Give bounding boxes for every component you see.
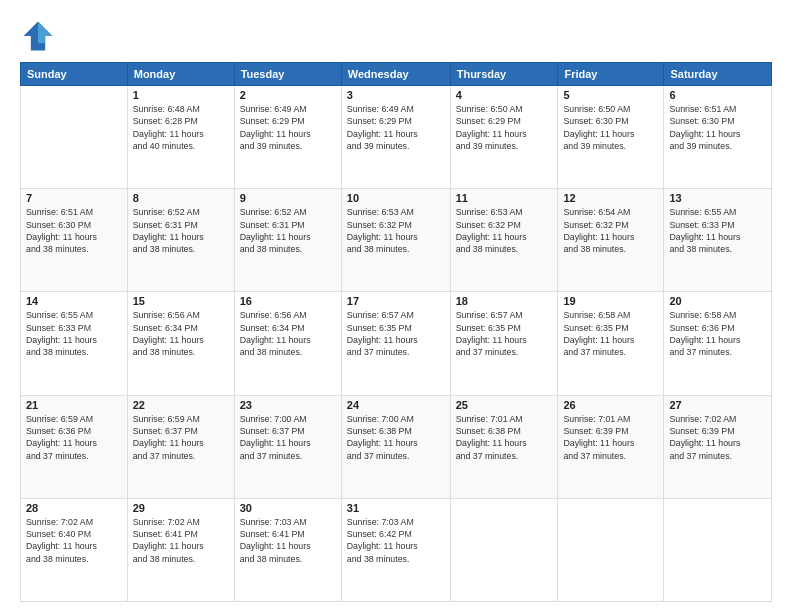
calendar-cell: 4Sunrise: 6:50 AMSunset: 6:29 PMDaylight…	[450, 86, 558, 189]
week-row-3: 14Sunrise: 6:55 AMSunset: 6:33 PMDayligh…	[21, 292, 772, 395]
calendar-cell: 5Sunrise: 6:50 AMSunset: 6:30 PMDaylight…	[558, 86, 664, 189]
calendar-cell: 25Sunrise: 7:01 AMSunset: 6:38 PMDayligh…	[450, 395, 558, 498]
day-detail: Sunrise: 6:54 AMSunset: 6:32 PMDaylight:…	[563, 206, 658, 255]
day-header-saturday: Saturday	[664, 63, 772, 86]
calendar-cell: 12Sunrise: 6:54 AMSunset: 6:32 PMDayligh…	[558, 189, 664, 292]
day-number: 24	[347, 399, 445, 411]
day-detail: Sunrise: 6:49 AMSunset: 6:29 PMDaylight:…	[347, 103, 445, 152]
day-header-wednesday: Wednesday	[341, 63, 450, 86]
calendar-cell	[664, 498, 772, 601]
calendar-cell: 24Sunrise: 7:00 AMSunset: 6:38 PMDayligh…	[341, 395, 450, 498]
day-detail: Sunrise: 7:02 AMSunset: 6:40 PMDaylight:…	[26, 516, 122, 565]
calendar-cell: 16Sunrise: 6:56 AMSunset: 6:34 PMDayligh…	[234, 292, 341, 395]
calendar-cell: 13Sunrise: 6:55 AMSunset: 6:33 PMDayligh…	[664, 189, 772, 292]
day-detail: Sunrise: 6:56 AMSunset: 6:34 PMDaylight:…	[240, 309, 336, 358]
day-detail: Sunrise: 6:51 AMSunset: 6:30 PMDaylight:…	[669, 103, 766, 152]
day-number: 8	[133, 192, 229, 204]
day-number: 9	[240, 192, 336, 204]
week-row-4: 21Sunrise: 6:59 AMSunset: 6:36 PMDayligh…	[21, 395, 772, 498]
day-header-sunday: Sunday	[21, 63, 128, 86]
calendar-cell: 22Sunrise: 6:59 AMSunset: 6:37 PMDayligh…	[127, 395, 234, 498]
day-number: 12	[563, 192, 658, 204]
calendar-cell: 6Sunrise: 6:51 AMSunset: 6:30 PMDaylight…	[664, 86, 772, 189]
day-number: 21	[26, 399, 122, 411]
day-number: 29	[133, 502, 229, 514]
day-number: 28	[26, 502, 122, 514]
logo	[20, 18, 60, 54]
day-detail: Sunrise: 6:57 AMSunset: 6:35 PMDaylight:…	[347, 309, 445, 358]
day-detail: Sunrise: 7:02 AMSunset: 6:41 PMDaylight:…	[133, 516, 229, 565]
day-detail: Sunrise: 6:58 AMSunset: 6:35 PMDaylight:…	[563, 309, 658, 358]
day-detail: Sunrise: 6:51 AMSunset: 6:30 PMDaylight:…	[26, 206, 122, 255]
day-number: 23	[240, 399, 336, 411]
day-detail: Sunrise: 6:50 AMSunset: 6:29 PMDaylight:…	[456, 103, 553, 152]
day-detail: Sunrise: 6:53 AMSunset: 6:32 PMDaylight:…	[347, 206, 445, 255]
day-number: 4	[456, 89, 553, 101]
day-number: 26	[563, 399, 658, 411]
calendar-cell: 1Sunrise: 6:48 AMSunset: 6:28 PMDaylight…	[127, 86, 234, 189]
calendar-cell	[558, 498, 664, 601]
day-number: 17	[347, 295, 445, 307]
day-number: 13	[669, 192, 766, 204]
svg-marker-1	[38, 22, 52, 44]
day-detail: Sunrise: 7:00 AMSunset: 6:38 PMDaylight:…	[347, 413, 445, 462]
day-number: 14	[26, 295, 122, 307]
day-detail: Sunrise: 6:57 AMSunset: 6:35 PMDaylight:…	[456, 309, 553, 358]
calendar-cell: 11Sunrise: 6:53 AMSunset: 6:32 PMDayligh…	[450, 189, 558, 292]
calendar-cell: 2Sunrise: 6:49 AMSunset: 6:29 PMDaylight…	[234, 86, 341, 189]
calendar-cell: 31Sunrise: 7:03 AMSunset: 6:42 PMDayligh…	[341, 498, 450, 601]
day-detail: Sunrise: 6:48 AMSunset: 6:28 PMDaylight:…	[133, 103, 229, 152]
day-number: 31	[347, 502, 445, 514]
page: SundayMondayTuesdayWednesdayThursdayFrid…	[0, 0, 792, 612]
day-header-tuesday: Tuesday	[234, 63, 341, 86]
day-detail: Sunrise: 6:55 AMSunset: 6:33 PMDaylight:…	[669, 206, 766, 255]
day-detail: Sunrise: 7:03 AMSunset: 6:42 PMDaylight:…	[347, 516, 445, 565]
day-header-monday: Monday	[127, 63, 234, 86]
day-detail: Sunrise: 7:02 AMSunset: 6:39 PMDaylight:…	[669, 413, 766, 462]
day-number: 6	[669, 89, 766, 101]
calendar-cell: 20Sunrise: 6:58 AMSunset: 6:36 PMDayligh…	[664, 292, 772, 395]
day-header-friday: Friday	[558, 63, 664, 86]
day-detail: Sunrise: 6:53 AMSunset: 6:32 PMDaylight:…	[456, 206, 553, 255]
day-number: 15	[133, 295, 229, 307]
calendar-table: SundayMondayTuesdayWednesdayThursdayFrid…	[20, 62, 772, 602]
day-detail: Sunrise: 6:59 AMSunset: 6:37 PMDaylight:…	[133, 413, 229, 462]
logo-icon	[20, 18, 56, 54]
day-detail: Sunrise: 6:56 AMSunset: 6:34 PMDaylight:…	[133, 309, 229, 358]
day-header-thursday: Thursday	[450, 63, 558, 86]
calendar-cell: 8Sunrise: 6:52 AMSunset: 6:31 PMDaylight…	[127, 189, 234, 292]
day-number: 5	[563, 89, 658, 101]
day-detail: Sunrise: 6:49 AMSunset: 6:29 PMDaylight:…	[240, 103, 336, 152]
day-detail: Sunrise: 7:01 AMSunset: 6:38 PMDaylight:…	[456, 413, 553, 462]
calendar-cell: 28Sunrise: 7:02 AMSunset: 6:40 PMDayligh…	[21, 498, 128, 601]
calendar-cell: 14Sunrise: 6:55 AMSunset: 6:33 PMDayligh…	[21, 292, 128, 395]
day-number: 19	[563, 295, 658, 307]
calendar-header: SundayMondayTuesdayWednesdayThursdayFrid…	[21, 63, 772, 86]
day-number: 10	[347, 192, 445, 204]
day-detail: Sunrise: 7:00 AMSunset: 6:37 PMDaylight:…	[240, 413, 336, 462]
day-detail: Sunrise: 6:59 AMSunset: 6:36 PMDaylight:…	[26, 413, 122, 462]
day-detail: Sunrise: 6:50 AMSunset: 6:30 PMDaylight:…	[563, 103, 658, 152]
day-detail: Sunrise: 6:55 AMSunset: 6:33 PMDaylight:…	[26, 309, 122, 358]
week-row-1: 1Sunrise: 6:48 AMSunset: 6:28 PMDaylight…	[21, 86, 772, 189]
day-number: 16	[240, 295, 336, 307]
day-number: 27	[669, 399, 766, 411]
calendar-cell: 30Sunrise: 7:03 AMSunset: 6:41 PMDayligh…	[234, 498, 341, 601]
calendar-cell: 29Sunrise: 7:02 AMSunset: 6:41 PMDayligh…	[127, 498, 234, 601]
day-detail: Sunrise: 6:58 AMSunset: 6:36 PMDaylight:…	[669, 309, 766, 358]
day-number: 3	[347, 89, 445, 101]
day-number: 7	[26, 192, 122, 204]
calendar-cell: 21Sunrise: 6:59 AMSunset: 6:36 PMDayligh…	[21, 395, 128, 498]
day-number: 22	[133, 399, 229, 411]
calendar-cell	[21, 86, 128, 189]
header	[20, 18, 772, 54]
calendar-cell: 17Sunrise: 6:57 AMSunset: 6:35 PMDayligh…	[341, 292, 450, 395]
calendar-cell: 3Sunrise: 6:49 AMSunset: 6:29 PMDaylight…	[341, 86, 450, 189]
calendar-cell: 27Sunrise: 7:02 AMSunset: 6:39 PMDayligh…	[664, 395, 772, 498]
calendar-cell: 23Sunrise: 7:00 AMSunset: 6:37 PMDayligh…	[234, 395, 341, 498]
calendar-cell: 26Sunrise: 7:01 AMSunset: 6:39 PMDayligh…	[558, 395, 664, 498]
day-number: 30	[240, 502, 336, 514]
calendar-cell: 9Sunrise: 6:52 AMSunset: 6:31 PMDaylight…	[234, 189, 341, 292]
day-number: 2	[240, 89, 336, 101]
day-number: 11	[456, 192, 553, 204]
